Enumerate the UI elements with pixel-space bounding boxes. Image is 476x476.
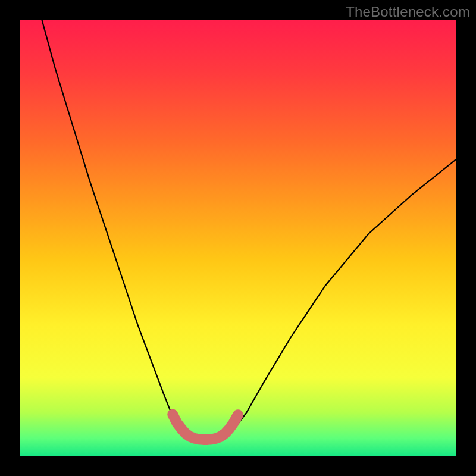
chart-frame: TheBottleneck.com bbox=[0, 0, 476, 476]
plot-area bbox=[20, 20, 456, 456]
watermark-text: TheBottleneck.com bbox=[346, 4, 470, 20]
valley-highlight bbox=[173, 415, 238, 440]
curve-left bbox=[42, 20, 188, 437]
chart-svg bbox=[20, 20, 456, 456]
curve-right bbox=[225, 159, 456, 437]
